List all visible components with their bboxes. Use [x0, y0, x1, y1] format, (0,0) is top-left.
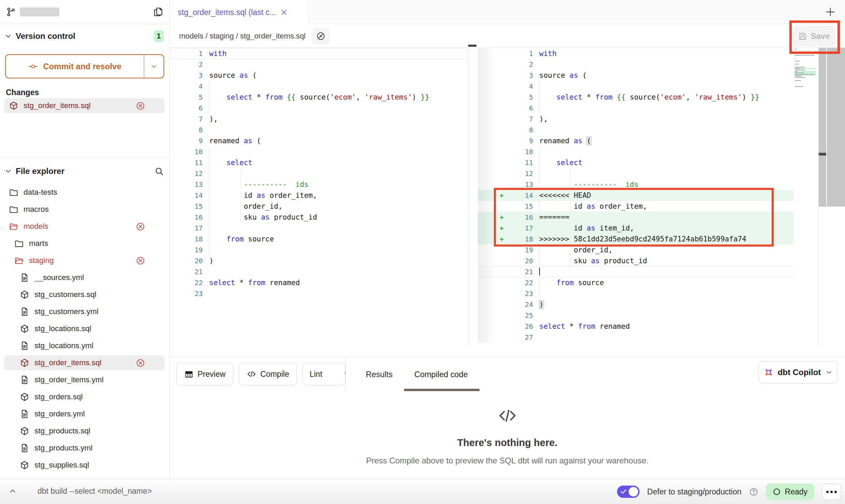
- code-line[interactable]: +18>>>>>>> 58c1dd23d5eebd9cd2495fa7124ab…: [478, 234, 793, 244]
- code-line[interactable]: 21: [170, 266, 468, 277]
- search-icon[interactable]: [154, 166, 164, 176]
- lint-button[interactable]: Lint: [302, 363, 345, 385]
- defer-toggle[interactable]: [617, 486, 640, 498]
- file-tree-item-stg-order-items-sql[interactable]: stg_order_items.sql: [4, 355, 164, 370]
- command-input[interactable]: dbt build --select <model_name>: [38, 487, 152, 496]
- code-line[interactable]: 23: [170, 288, 468, 299]
- code-line[interactable]: 8: [170, 124, 468, 135]
- file-explorer-header[interactable]: File explorer: [4, 164, 164, 179]
- window-scrollbar-track[interactable]: [827, 48, 845, 207]
- new-tab-button[interactable]: [825, 6, 836, 18]
- code-line[interactable]: 20 sku as product_id: [478, 255, 793, 266]
- code-line[interactable]: 12: [170, 168, 468, 179]
- code-line[interactable]: 23: [478, 288, 793, 299]
- file-tree-item-stg-locations-sql[interactable]: stg_locations.sql: [4, 321, 164, 336]
- code-line[interactable]: 4: [170, 81, 468, 92]
- code-line[interactable]: 19 order_id,: [478, 244, 793, 255]
- code-line[interactable]: 27: [478, 332, 793, 343]
- file-tree-item-staging[interactable]: staging: [4, 253, 164, 268]
- file-tree-item-stg-products-sql[interactable]: stg_products.sql: [4, 424, 164, 439]
- version-control-header[interactable]: Version control 1: [4, 29, 164, 44]
- commit-and-resolve-button[interactable]: Commit and resolve: [5, 54, 164, 78]
- commit-options-dropdown[interactable]: [144, 55, 163, 78]
- code-line[interactable]: 24): [478, 299, 793, 310]
- file-tree-item-stg-customers-sql[interactable]: stg_customers.sql: [4, 287, 164, 302]
- code-line[interactable]: 25: [478, 310, 793, 321]
- file-tree-item-stg-orders-sql[interactable]: stg_orders.sql: [4, 389, 164, 404]
- code-line[interactable]: +14<<<<<<< HEAD: [478, 190, 793, 201]
- minimap[interactable]: [794, 48, 816, 89]
- code-line[interactable]: 15 order_id,: [170, 201, 468, 212]
- code-line[interactable]: 1with: [478, 48, 793, 59]
- code-line[interactable]: 11 select: [478, 157, 793, 168]
- revert-file-icon[interactable]: [136, 256, 145, 265]
- code-line[interactable]: 2: [170, 59, 468, 70]
- code-line[interactable]: 16 sku as product_id: [170, 212, 468, 223]
- code-line[interactable]: 13 ---------- ids: [170, 179, 468, 190]
- file-tree-item-stg-orders-yml[interactable]: stg_orders.yml: [4, 406, 164, 421]
- copy-icon[interactable]: [153, 7, 163, 17]
- code-line[interactable]: 6: [170, 103, 468, 114]
- code-line[interactable]: 8: [478, 124, 793, 135]
- revert-file-icon[interactable]: [136, 101, 145, 110]
- compile-button[interactable]: Compile: [239, 363, 297, 385]
- code-line[interactable]: 10: [170, 146, 468, 157]
- dbt-copilot-button[interactable]: dbt Copilot: [759, 361, 838, 384]
- code-line[interactable]: 20): [170, 255, 468, 266]
- code-line[interactable]: 7),: [170, 114, 468, 124]
- code-line[interactable]: 9renamed as (: [170, 135, 468, 146]
- lineage-icon[interactable]: [312, 28, 330, 45]
- code-line[interactable]: 6: [478, 103, 793, 114]
- code-line[interactable]: 22 from source: [478, 277, 793, 288]
- editor-pane-right[interactable]: 1with23source as (45 select * from {{ so…: [478, 48, 793, 343]
- code-line[interactable]: 3source as (: [478, 70, 793, 81]
- code-line[interactable]: 5 select * from {{ source('ecom', 'raw_i…: [170, 92, 468, 103]
- code-line[interactable]: 2: [478, 59, 793, 70]
- code-line[interactable]: 7),: [478, 114, 793, 124]
- changed-file-row[interactable]: stg_order_items.sql: [4, 98, 164, 113]
- code-line[interactable]: 14 id as order_item,: [170, 190, 468, 201]
- code-line[interactable]: 22select * from renamed: [170, 277, 468, 288]
- tab-results[interactable]: Results: [366, 370, 392, 379]
- more-options-button[interactable]: [822, 484, 841, 500]
- help-icon[interactable]: [749, 487, 758, 496]
- revert-file-icon[interactable]: [136, 358, 145, 368]
- code-line[interactable]: 9renamed as (: [478, 135, 793, 146]
- file-tree-item-macros[interactable]: macros: [4, 202, 164, 217]
- code-line[interactable]: +17 id as item_id,: [478, 223, 793, 234]
- code-line[interactable]: 26select * from renamed: [478, 321, 793, 332]
- file-tree-item-marts[interactable]: marts: [4, 236, 164, 251]
- code-line[interactable]: 12: [478, 168, 793, 179]
- code-line[interactable]: 11 select: [170, 157, 468, 168]
- file-tree-item-stg-customers-yml[interactable]: stg_customers.yml: [4, 304, 164, 319]
- file-tree-item-stg-order-items-yml[interactable]: stg_order_items.yml: [4, 372, 164, 387]
- code-line[interactable]: 21: [478, 266, 793, 277]
- preview-button[interactable]: Preview: [176, 363, 233, 385]
- code-line[interactable]: 13 ---------- ids: [478, 179, 793, 190]
- left-editor-scrollbar-thumb[interactable]: [468, 45, 476, 47]
- code-line[interactable]: 19: [170, 244, 468, 255]
- file-tree-item-stg-products-yml[interactable]: stg_products.yml: [4, 441, 164, 456]
- code-line[interactable]: 3source as (: [170, 70, 468, 81]
- file-tree-item-data-tests[interactable]: data-tests: [4, 185, 164, 200]
- revert-file-icon[interactable]: [136, 222, 145, 231]
- code-line[interactable]: 1with: [170, 48, 468, 59]
- code-line[interactable]: 5 select * from {{ source('ecom', 'raw_i…: [478, 92, 793, 103]
- file-tree-item-stg-locations-yml[interactable]: stg_locations.yml: [4, 338, 164, 353]
- close-icon[interactable]: [280, 9, 288, 16]
- lint-dropdown[interactable]: [337, 363, 345, 385]
- save-button[interactable]: Save: [793, 26, 835, 46]
- code-line[interactable]: 4: [478, 81, 793, 92]
- code-line[interactable]: 17: [170, 223, 468, 234]
- code-line[interactable]: +16=======: [478, 212, 793, 223]
- chevron-up-icon[interactable]: [8, 487, 17, 495]
- file-tree-item-stg-supplies-sql[interactable]: stg_supplies.sql: [4, 458, 164, 473]
- file-tree-item-models[interactable]: models: [4, 219, 164, 234]
- editor-scrollbar-thumb[interactable]: [819, 153, 826, 155]
- tab-compiled-code[interactable]: Compiled code: [414, 370, 468, 379]
- tab-stg-order-items[interactable]: stg_order_items.sql (last c...: [170, 0, 309, 25]
- file-tree-item--sources-yml[interactable]: __sources.yml: [4, 270, 164, 285]
- code-line[interactable]: 18 from source: [170, 234, 468, 244]
- editor-pane-left[interactable]: 1with23source as (45 select * from {{ so…: [170, 48, 468, 299]
- code-line[interactable]: 15 id as order_item,: [478, 201, 793, 212]
